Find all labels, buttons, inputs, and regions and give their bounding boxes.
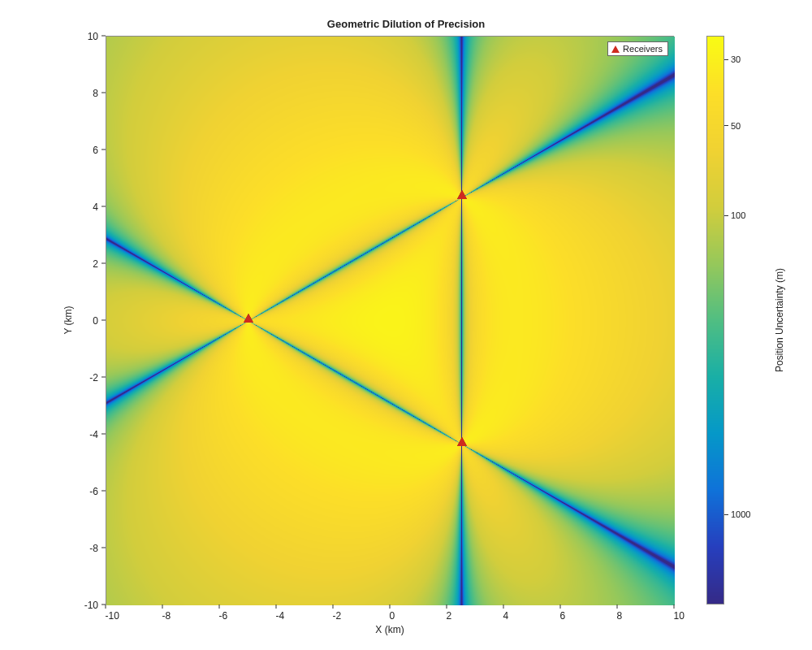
x-tick: -8	[162, 604, 163, 622]
colorbar-tick: 50	[724, 121, 741, 131]
colorbar-tick: 30	[724, 54, 741, 64]
y-tick: 6	[73, 150, 106, 150]
colorbar	[706, 36, 724, 604]
x-tick: 4	[503, 604, 504, 622]
x-tick: 10	[674, 604, 675, 622]
figure: Geometric Dilution of Precision Receiver…	[0, 0, 812, 650]
x-tick: 0	[390, 604, 391, 622]
y-tick: 10	[73, 36, 106, 37]
y-tick: 4	[73, 206, 106, 207]
colorbar-tick: 100	[724, 210, 745, 220]
x-tick: 8	[617, 604, 618, 622]
receiver-marker	[244, 314, 253, 323]
receiver-marker	[457, 190, 467, 199]
legend: Receivers	[607, 41, 668, 56]
y-tick: 0	[73, 320, 106, 321]
x-tick: 6	[560, 604, 561, 622]
x-tick: 2	[447, 604, 447, 622]
x-axis-label: X (km)	[106, 624, 674, 635]
y-tick: 2	[73, 263, 106, 264]
x-tick: -4	[276, 604, 277, 622]
heatmap-axes: Receivers	[106, 36, 674, 604]
triangle-up-icon	[611, 46, 620, 53]
y-tick: -8	[73, 548, 106, 548]
x-tick: -2	[333, 604, 334, 622]
y-tick: -4	[73, 434, 106, 435]
legend-label: Receivers	[623, 44, 663, 54]
heatmap-canvas	[106, 37, 675, 605]
colorbar-canvas	[707, 37, 723, 604]
x-tick: -10	[106, 604, 106, 622]
colorbar-tick: 1000	[724, 509, 750, 519]
chart-title: Geometric Dilution of Precision	[0, 18, 812, 30]
y-tick: -10	[73, 604, 106, 605]
receiver-marker	[457, 437, 467, 446]
y-tick: -2	[73, 377, 106, 378]
colorbar-label: Position Uncertainty (m)	[771, 36, 788, 604]
x-tick: -6	[219, 604, 220, 622]
y-tick: 8	[73, 93, 106, 93]
y-tick: -6	[73, 491, 106, 492]
